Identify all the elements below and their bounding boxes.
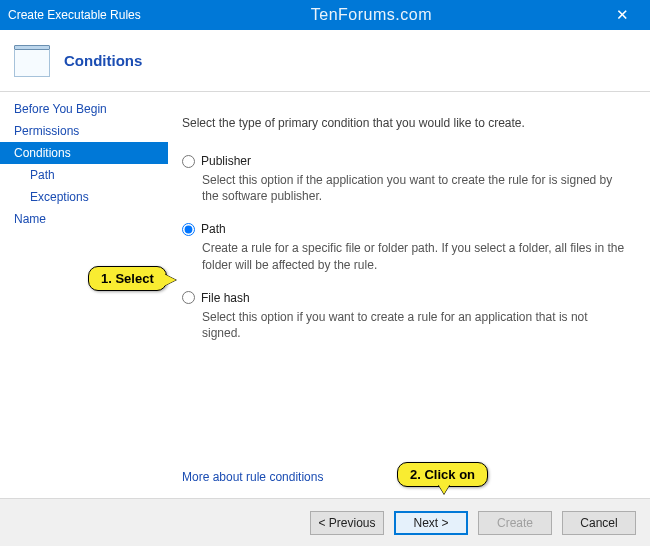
sidebar-item-permissions[interactable]: Permissions xyxy=(0,120,168,142)
path-radio[interactable] xyxy=(182,223,195,236)
option-publisher: Publisher Select this option if the appl… xyxy=(182,154,628,204)
publisher-radio-label[interactable]: Publisher xyxy=(182,154,628,168)
filehash-desc: Select this option if you want to create… xyxy=(202,309,628,341)
create-button: Create xyxy=(478,511,552,535)
window-title: Create Executable Rules xyxy=(8,8,141,22)
next-button[interactable]: Next > xyxy=(394,511,468,535)
annotation-click-on: 2. Click on xyxy=(397,462,488,487)
path-label: Path xyxy=(201,222,226,236)
option-filehash: File hash Select this option if you want… xyxy=(182,291,628,341)
cancel-button[interactable]: Cancel xyxy=(562,511,636,535)
publisher-desc: Select this option if the application yo… xyxy=(202,172,628,204)
header-icon xyxy=(14,45,50,77)
sidebar-item-name[interactable]: Name xyxy=(0,208,168,230)
filehash-radio[interactable] xyxy=(182,291,195,304)
wizard-steps-sidebar: Before You Begin Permissions Conditions … xyxy=(0,92,168,546)
filehash-radio-label[interactable]: File hash xyxy=(182,291,628,305)
sidebar-item-before-you-begin[interactable]: Before You Begin xyxy=(0,98,168,120)
title-bar: Create Executable Rules TenForums.com ✕ xyxy=(0,0,650,30)
path-desc: Create a rule for a specific file or fol… xyxy=(202,240,628,272)
publisher-radio[interactable] xyxy=(182,155,195,168)
watermark-text: TenForums.com xyxy=(141,6,602,24)
option-path: Path Create a rule for a specific file o… xyxy=(182,222,628,272)
sidebar-item-path[interactable]: Path xyxy=(0,164,168,186)
close-icon[interactable]: ✕ xyxy=(602,6,642,24)
wizard-header: Conditions xyxy=(0,30,650,92)
publisher-label: Publisher xyxy=(201,154,251,168)
previous-button[interactable]: < Previous xyxy=(310,511,384,535)
sidebar-item-conditions[interactable]: Conditions xyxy=(0,142,168,164)
filehash-label: File hash xyxy=(201,291,250,305)
annotation-select: 1. Select xyxy=(88,266,167,291)
path-radio-label[interactable]: Path xyxy=(182,222,628,236)
sidebar-item-exceptions[interactable]: Exceptions xyxy=(0,186,168,208)
intro-text: Select the type of primary condition tha… xyxy=(182,116,628,130)
button-bar: < Previous Next > Create Cancel xyxy=(0,498,650,546)
page-title: Conditions xyxy=(64,52,142,69)
more-about-link[interactable]: More about rule conditions xyxy=(182,470,323,484)
